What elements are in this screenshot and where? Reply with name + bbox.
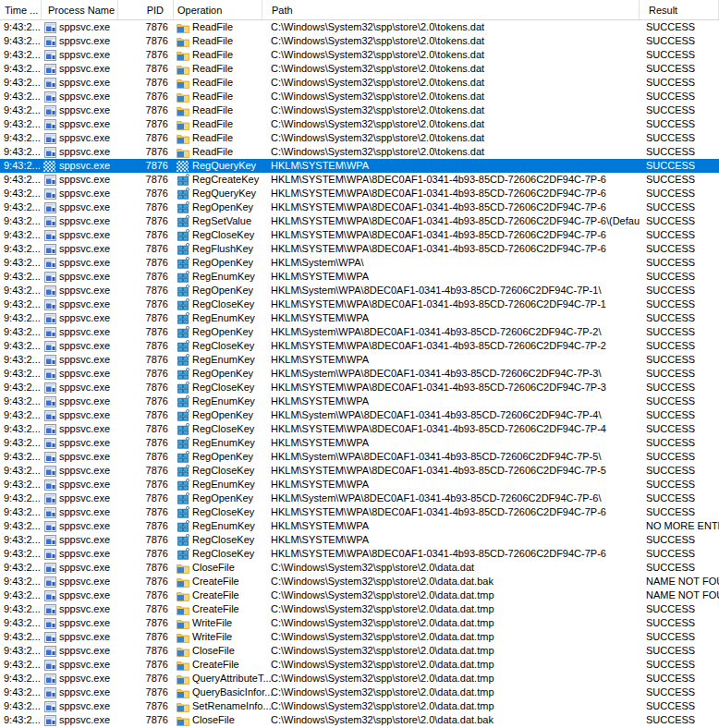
table-row[interactable]: 9:43:2...sppsvc.exe7876RegEnumKeyHKLM\SY… xyxy=(0,478,719,491)
table-row[interactable]: 9:43:2...sppsvc.exe7876RegCloseKeyHKLM\S… xyxy=(0,533,719,547)
table-row[interactable]: 9:43:2...sppsvc.exe7876QueryBasicInfor..… xyxy=(0,686,719,699)
table-row[interactable]: 9:43:2...sppsvc.exe7876CloseFileC:\Windo… xyxy=(0,713,719,727)
operation-name: RegSetValue xyxy=(192,214,251,228)
table-row[interactable]: 9:43:2...sppsvc.exe7876RegCreateKeyHKLM\… xyxy=(0,173,719,187)
table-row[interactable]: 9:43:2...sppsvc.exe7876CreateFileC:\Wind… xyxy=(0,658,719,672)
column-header-time[interactable]: Time ... xyxy=(0,0,42,19)
cell-pid: 7876 xyxy=(118,713,174,727)
cell-result: SUCCESS xyxy=(640,256,719,270)
cell-pid: 7876 xyxy=(118,159,174,173)
table-row[interactable]: 9:43:2...sppsvc.exe7876RegOpenKeyHKLM\Sy… xyxy=(0,284,719,297)
table-row[interactable]: 9:43:2...sppsvc.exe7876RegOpenKeyHKLM\Sy… xyxy=(0,367,719,381)
column-header-operation[interactable]: Operation xyxy=(174,0,262,19)
cell-process-name: sppsvc.exe xyxy=(42,478,118,491)
table-row[interactable]: 9:43:2...sppsvc.exe7876RegFlushKeyHKLM\S… xyxy=(0,242,719,256)
table-row[interactable]: 9:43:2...sppsvc.exe7876ReadFileC:\Window… xyxy=(0,103,719,117)
event-result: SUCCESS xyxy=(646,686,695,699)
table-row[interactable]: 9:43:2...sppsvc.exe7876CloseFileC:\Windo… xyxy=(0,644,719,658)
table-row[interactable]: 9:43:2...sppsvc.exe7876WriteFileC:\Windo… xyxy=(0,630,719,644)
column-header-pid[interactable]: PID xyxy=(118,0,174,19)
event-time: 9:43:2... xyxy=(4,672,41,686)
table-row[interactable]: 9:43:2...sppsvc.exe7876RegOpenKeyHKLM\SY… xyxy=(0,200,719,214)
table-row[interactable]: 9:43:2...sppsvc.exe7876RegCloseKeyHKLM\S… xyxy=(0,381,719,394)
table-row[interactable]: 9:43:2...sppsvc.exe7876CloseFileC:\Windo… xyxy=(0,561,719,575)
event-path: C:\Windows\System32\spp\store\2.0\tokens… xyxy=(271,131,484,145)
cell-pid: 7876 xyxy=(118,519,174,533)
cell-time: 9:43:2... xyxy=(0,173,42,187)
table-row[interactable]: 9:43:2...sppsvc.exe7876RegCloseKeyHKLM\S… xyxy=(0,547,719,561)
column-header-path[interactable]: Path xyxy=(262,0,640,19)
cell-time: 9:43:2... xyxy=(0,658,42,672)
table-row[interactable]: 9:43:2...sppsvc.exe7876RegCloseKeyHKLM\S… xyxy=(0,422,719,436)
table-row[interactable]: 9:43:2...sppsvc.exe7876ReadFileC:\Window… xyxy=(0,145,719,159)
table-row[interactable]: 9:43:2...sppsvc.exe7876RegCloseKeyHKLM\S… xyxy=(0,228,719,242)
column-header-result[interactable]: Result xyxy=(640,0,719,19)
process-name: sppsvc.exe xyxy=(59,519,110,533)
table-row[interactable]: 9:43:2...sppsvc.exe7876CreateFileC:\Wind… xyxy=(0,575,719,588)
column-header-process-name[interactable]: Process Name xyxy=(42,0,118,19)
cell-process-name: sppsvc.exe xyxy=(42,76,118,90)
folder-file-icon xyxy=(177,104,189,116)
cell-pid: 7876 xyxy=(118,686,174,699)
table-row[interactable]: 9:43:2...sppsvc.exe7876RegOpenKeyHKLM\Sy… xyxy=(0,408,719,422)
event-path: C:\Windows\System32\spp\store\2.0\data.d… xyxy=(271,713,494,727)
registry-key-icon xyxy=(177,465,189,477)
process-pid: 7876 xyxy=(146,34,168,48)
table-row[interactable]: 9:43:2...sppsvc.exe7876RegEnumKeyHKLM\SY… xyxy=(0,311,719,325)
table-row[interactable]: 9:43:2...sppsvc.exe7876CreateFileC:\Wind… xyxy=(0,588,719,602)
table-row[interactable]: 9:43:2...sppsvc.exe7876RegOpenKeyHKLM\Sy… xyxy=(0,450,719,464)
column-header-operation-label: Operation xyxy=(177,5,222,16)
table-row[interactable]: 9:43:2...sppsvc.exe7876WriteFileC:\Windo… xyxy=(0,616,719,630)
event-time: 9:43:2... xyxy=(4,270,41,284)
table-row[interactable]: 9:43:2...sppsvc.exe7876ReadFileC:\Window… xyxy=(0,20,719,34)
cell-path: HKLM\SYSTEM\WPA\8DEC0AF1-0341-4b93-85CD-… xyxy=(262,381,640,394)
table-row[interactable]: 9:43:2...sppsvc.exe7876ReadFileC:\Window… xyxy=(0,48,719,62)
table-row[interactable]: 9:43:2...sppsvc.exe7876RegOpenKeyHKLM\Sy… xyxy=(0,491,719,505)
event-path: HKLM\System\WPA\8DEC0AF1-0341-4b93-85CD-… xyxy=(271,367,601,381)
cell-operation: RegCloseKey xyxy=(174,381,262,394)
table-row[interactable]: 9:43:2...sppsvc.exe7876ReadFileC:\Window… xyxy=(0,34,719,48)
event-path: HKLM\SYSTEM\WPA\8DEC0AF1-0341-4b93-85CD-… xyxy=(271,297,606,311)
table-row[interactable]: 9:43:2...sppsvc.exe7876RegCloseKeyHKLM\S… xyxy=(0,464,719,478)
cell-process-name: sppsvc.exe xyxy=(42,436,118,450)
table-row[interactable]: 9:43:2...sppsvc.exe7876RegOpenKeyHKLM\Sy… xyxy=(0,325,719,339)
table-row[interactable]: 9:43:2...sppsvc.exe7876ReadFileC:\Window… xyxy=(0,76,719,90)
registry-key-icon xyxy=(177,285,189,297)
table-row[interactable]: 9:43:2...sppsvc.exe7876RegEnumKeyHKLM\SY… xyxy=(0,353,719,367)
table-row[interactable]: 9:43:2...sppsvc.exe7876RegEnumKeyHKLM\SY… xyxy=(0,436,719,450)
table-row[interactable]: 9:43:2...sppsvc.exe7876RegCloseKeyHKLM\S… xyxy=(0,297,719,311)
table-row[interactable]: 9:43:2...sppsvc.exe7876RegCloseKeyHKLM\S… xyxy=(0,339,719,353)
cell-process-name: sppsvc.exe xyxy=(42,173,118,187)
table-row[interactable]: 9:43:2...sppsvc.exe7876RegQueryKeyHKLM\S… xyxy=(0,187,719,200)
table-row[interactable]: 9:43:2...sppsvc.exe7876SetRenameInfo...C… xyxy=(0,699,719,713)
cell-result: SUCCESS xyxy=(640,62,719,76)
cell-pid: 7876 xyxy=(118,616,174,630)
application-window-icon xyxy=(43,63,56,75)
cell-process-name: sppsvc.exe xyxy=(42,505,118,519)
operation-name: RegEnumKey xyxy=(192,270,255,284)
table-row[interactable]: 9:43:2...sppsvc.exe7876RegQueryKeyHKLM\S… xyxy=(0,159,719,173)
process-pid: 7876 xyxy=(146,311,168,325)
table-row[interactable]: 9:43:2...sppsvc.exe7876ReadFileC:\Window… xyxy=(0,62,719,76)
process-name: sppsvc.exe xyxy=(59,200,110,214)
table-row[interactable]: 9:43:2...sppsvc.exe7876ReadFileC:\Window… xyxy=(0,90,719,103)
table-row[interactable]: 9:43:2...sppsvc.exe7876ReadFileC:\Window… xyxy=(0,117,719,131)
folder-file-icon xyxy=(177,576,189,588)
table-row[interactable]: 9:43:2...sppsvc.exe7876RegOpenKeyHKLM\Sy… xyxy=(0,256,719,270)
event-result: SUCCESS xyxy=(646,547,695,561)
cell-time: 9:43:2... xyxy=(0,644,42,658)
table-row[interactable]: 9:43:2...sppsvc.exe7876RegCloseKeyHKLM\S… xyxy=(0,505,719,519)
table-row[interactable]: 9:43:2...sppsvc.exe7876RegSetValueHKLM\S… xyxy=(0,214,719,228)
table-row[interactable]: 9:43:2...sppsvc.exe7876RegEnumKeyHKLM\SY… xyxy=(0,519,719,533)
application-window-icon xyxy=(43,686,56,698)
event-path: HKLM\System\WPA\8DEC0AF1-0341-4b93-85CD-… xyxy=(271,450,601,464)
table-row[interactable]: 9:43:2...sppsvc.exe7876CreateFileC:\Wind… xyxy=(0,602,719,616)
cell-pid: 7876 xyxy=(118,214,174,228)
cell-result: SUCCESS xyxy=(640,616,719,630)
table-row[interactable]: 9:43:2...sppsvc.exe7876RegEnumKeyHKLM\SY… xyxy=(0,270,719,284)
registry-key-icon xyxy=(177,271,189,283)
table-row[interactable]: 9:43:2...sppsvc.exe7876ReadFileC:\Window… xyxy=(0,131,719,145)
table-row[interactable]: 9:43:2...sppsvc.exe7876RegEnumKeyHKLM\SY… xyxy=(0,394,719,408)
cell-operation: ReadFile xyxy=(174,20,262,34)
table-row[interactable]: 9:43:2...sppsvc.exe7876QueryAttributeT..… xyxy=(0,672,719,686)
